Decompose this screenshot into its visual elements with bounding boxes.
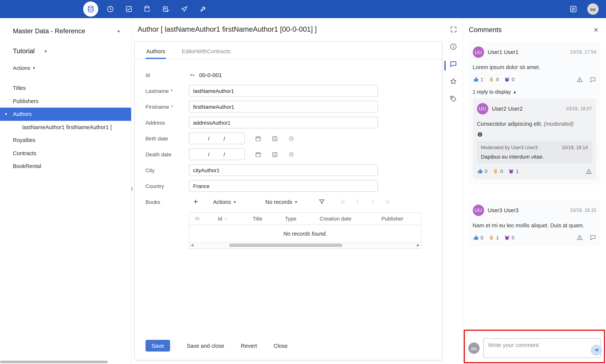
sidebar-item-publishers[interactable]: Publishers: [0, 95, 131, 108]
sidebar-item-author-record[interactable]: lastNameAuthor1 firstNameAuthor1 [: [0, 121, 131, 134]
column-header-creation-date[interactable]: Creation date: [307, 216, 364, 222]
first-page-icon[interactable]: [340, 199, 346, 205]
form-check-icon[interactable]: [160, 3, 172, 15]
filter-icon[interactable]: [318, 198, 325, 205]
clear-date-icon[interactable]: [288, 151, 295, 158]
comments-icon[interactable]: [449, 60, 457, 68]
author-form: Id 00-0-001 Lastname *: [135, 59, 442, 249]
wrench-icon[interactable]: [197, 3, 209, 15]
scroll-right-icon[interactable]: ▶: [417, 243, 419, 247]
tag-icon[interactable]: [449, 95, 457, 103]
sidebar-item-contracts[interactable]: Contracts: [0, 147, 131, 160]
panel-resize-handle[interactable]: ‖: [131, 186, 133, 192]
replies-toggle[interactable]: 1 reply to display ▴: [472, 89, 596, 95]
send-comment-button[interactable]: [591, 345, 602, 356]
date-picker-icon[interactable]: 16: [271, 135, 278, 142]
scroll-left-icon[interactable]: ◀: [191, 243, 193, 247]
main-content: Author [ lastNameAuthor1 firstNameAuthor…: [132, 18, 444, 364]
sidebar-item-bookrental[interactable]: BookRental: [0, 160, 131, 173]
moderation-info-icon[interactable]: [477, 131, 592, 137]
report-warning-icon[interactable]: [576, 76, 583, 83]
column-header-id[interactable]: Id: [205, 216, 241, 222]
history-icon[interactable]: [104, 3, 117, 15]
like-count: 0: [481, 235, 483, 241]
calendar-icon[interactable]: [255, 135, 262, 142]
star-icon[interactable]: [449, 78, 457, 85]
add-book-button[interactable]: +: [193, 197, 198, 206]
section-switcher[interactable]: Tutorial ▾: [0, 47, 131, 55]
expand-icon[interactable]: [450, 26, 457, 33]
moderation-timestamp: 10/19, 18:14: [562, 145, 588, 150]
devil-reaction-button[interactable]: 1: [508, 168, 519, 174]
clap-reaction-button[interactable]: 0: [492, 168, 503, 174]
checklist-icon[interactable]: [122, 3, 135, 15]
scrollbar-thumb[interactable]: [229, 244, 342, 247]
previous-page-icon[interactable]: [354, 199, 361, 205]
reply-text: Consectetur adipiscing elit. (moderated): [477, 120, 592, 128]
death-date-input[interactable]: [189, 148, 245, 160]
comments-panel: Comments ✕ UU User1 User1 10/19, 17:54 L…: [462, 18, 606, 364]
lastname-input[interactable]: [189, 85, 378, 97]
thumbs-up-icon: [472, 77, 479, 83]
row-handle-icon[interactable]: [189, 215, 205, 222]
close-button[interactable]: Close: [274, 343, 288, 349]
city-input[interactable]: [189, 164, 378, 176]
comment-timestamp: 10/19, 18:15: [570, 208, 596, 213]
moderated-tag: (moderated): [544, 121, 574, 127]
save-and-close-button[interactable]: Save and close: [187, 343, 224, 349]
records-count-menu[interactable]: No records ▾: [266, 199, 297, 205]
column-header-title[interactable]: Title: [241, 216, 274, 222]
save-button[interactable]: Save: [146, 340, 170, 351]
sidebar-item-royalties[interactable]: Royalties: [0, 134, 131, 147]
info-icon[interactable]: [449, 43, 457, 51]
clap-reaction-button[interactable]: 1: [488, 234, 499, 241]
next-page-icon[interactable]: [369, 199, 376, 205]
column-header-type[interactable]: Type: [274, 216, 307, 222]
reply-bubble-icon[interactable]: [589, 76, 596, 83]
clap-reaction-button[interactable]: 0: [488, 77, 499, 83]
birth-date-input[interactable]: [189, 132, 245, 144]
actions-label: Actions: [13, 65, 30, 71]
side-tool-strip: [444, 18, 462, 364]
tab-authors[interactable]: Authors: [146, 44, 166, 59]
clear-date-icon[interactable]: [288, 135, 295, 142]
firstname-input[interactable]: [189, 101, 378, 113]
address-input[interactable]: [189, 117, 378, 128]
app-switcher[interactable]: Master Data - Reference ▾: [0, 27, 131, 35]
books-actions-menu[interactable]: Actions ▾: [213, 199, 236, 205]
close-icon[interactable]: ✕: [593, 26, 598, 34]
database-icon[interactable]: [83, 1, 98, 17]
revert-button[interactable]: Revert: [241, 343, 257, 349]
like-reaction-button[interactable]: 1: [472, 77, 483, 83]
last-page-icon[interactable]: [384, 199, 391, 205]
reply-timestamp: 10/19, 18:07: [566, 106, 592, 111]
empty-table-message: No records found.: [189, 225, 421, 242]
comment-input[interactable]: [483, 338, 601, 358]
sidebar-actions-menu[interactable]: Actions ▾: [0, 65, 131, 71]
like-reaction-button[interactable]: 0: [472, 234, 483, 241]
comment-reactions: 0 1 0: [472, 234, 596, 241]
like-reaction-button[interactable]: 0: [477, 168, 487, 174]
database-edit-icon[interactable]: [141, 3, 154, 15]
calendar-icon[interactable]: [255, 151, 262, 158]
column-header-publisher[interactable]: Publisher: [364, 216, 421, 222]
field-row-id: Id 00-0-001: [146, 69, 431, 81]
sidebar-item-titles[interactable]: Titles: [0, 82, 131, 95]
clap-icon: [488, 234, 495, 241]
page-horizontal-scrollbar[interactable]: [0, 361, 108, 363]
avatar: UU: [472, 205, 484, 216]
report-warning-icon[interactable]: [576, 234, 583, 241]
dart-icon[interactable]: [178, 3, 191, 15]
like-count: 0: [485, 169, 487, 174]
devil-reaction-button[interactable]: 0: [504, 77, 514, 83]
report-list-icon[interactable]: [567, 3, 579, 15]
date-picker-icon[interactable]: 16: [271, 151, 278, 158]
country-input[interactable]: [189, 180, 378, 192]
user-avatar[interactable]: aa: [587, 3, 598, 15]
reply-bubble-icon[interactable]: [589, 234, 596, 241]
devil-reaction-button[interactable]: 0: [504, 234, 514, 241]
navigation-sidebar: Master Data - Reference ▾ Tutorial ▾ Act…: [0, 18, 132, 364]
sidebar-item-authors[interactable]: ▾ Authors: [0, 108, 131, 121]
report-warning-icon[interactable]: [585, 168, 592, 175]
tab-editorwithcontracts[interactable]: EditorWithContracts: [181, 44, 231, 59]
